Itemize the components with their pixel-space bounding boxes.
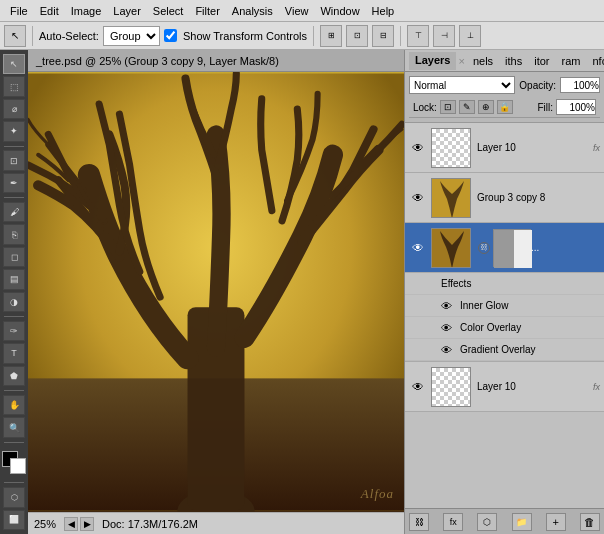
background-color[interactable] <box>10 458 26 474</box>
layers-list: 👁 Layer 10 fx 👁 Gro <box>405 123 604 508</box>
color-swatches <box>2 451 26 475</box>
tab-history[interactable]: itor <box>528 53 555 69</box>
transform-icon-2[interactable]: ⊡ <box>346 25 368 47</box>
tool-sep-2 <box>4 197 24 198</box>
delete-layer-button[interactable]: 🗑 <box>580 513 600 531</box>
menu-view[interactable]: View <box>279 3 315 19</box>
link-layers-button[interactable]: ⛓ <box>409 513 429 531</box>
tool-move[interactable]: ↖ <box>3 54 25 74</box>
menu-help[interactable]: Help <box>366 3 401 19</box>
menu-file[interactable]: File <box>4 3 34 19</box>
menu-filter[interactable]: Filter <box>189 3 225 19</box>
tool-gradient[interactable]: ▤ <box>3 269 25 289</box>
tool-eraser[interactable]: ◻ <box>3 247 25 267</box>
effect-name: Color Overlay <box>460 322 521 333</box>
tool-quick-mask[interactable]: ⬡ <box>3 487 25 507</box>
align-icon-2[interactable]: ⊣ <box>433 25 455 47</box>
new-layer-button[interactable]: + <box>546 513 566 531</box>
tool-select-rect[interactable]: ⬚ <box>3 76 25 96</box>
effects-group: Effects 👁 Inner Glow 👁 Color Overlay 👁 G… <box>405 273 604 362</box>
tool-shape[interactable]: ⬟ <box>3 366 25 386</box>
effect-eye-icon[interactable]: 👁 <box>441 322 452 334</box>
effect-gradient-overlay[interactable]: 👁 Gradient Overlay <box>405 339 604 361</box>
auto-select-label: Auto-Select: <box>39 30 99 42</box>
menu-edit[interactable]: Edit <box>34 3 65 19</box>
canvas-nav: ◀ ▶ <box>64 517 94 531</box>
nav-prev[interactable]: ◀ <box>64 517 78 531</box>
canvas-watermark: Alfoa <box>361 486 394 502</box>
show-transform-checkbox[interactable] <box>164 29 177 42</box>
layer-visibility-icon[interactable]: 👁 <box>409 378 427 396</box>
lock-all-icon[interactable]: 🔒 <box>497 100 513 114</box>
canvas-area: _tree.psd @ 25% (Group 3 copy 9, Layer M… <box>28 50 404 534</box>
layer-item-group3copy8[interactable]: 👁 Group 3 copy 8 <box>405 173 604 223</box>
add-mask-button[interactable]: ⬡ <box>477 513 497 531</box>
fill-label: Fill: <box>537 102 553 113</box>
tool-dodge[interactable]: ◑ <box>3 292 25 312</box>
tool-sep-6 <box>4 482 24 483</box>
layer-item-layer10-top[interactable]: 👁 Layer 10 fx <box>405 123 604 173</box>
layer-thumbnail <box>431 178 471 218</box>
opacity-label: Opacity: <box>519 80 556 91</box>
tool-pen[interactable]: ✑ <box>3 321 25 341</box>
doc-size: Doc: 17.3M/176.2M <box>102 518 198 530</box>
tool-sep-5 <box>4 442 24 443</box>
blend-mode-select[interactable]: Normal Multiply Screen <box>409 76 515 94</box>
lock-label: Lock: <box>413 102 437 113</box>
tool-magic-wand[interactable]: ✦ <box>3 121 25 141</box>
transform-icon-3[interactable]: ⊟ <box>372 25 394 47</box>
tab-channels[interactable]: nels <box>467 53 499 69</box>
effect-inner-glow[interactable]: 👁 Inner Glow <box>405 295 604 317</box>
menu-analysis[interactable]: Analysis <box>226 3 279 19</box>
layers-panel: Layers × nels iths itor ram nfo ≡ Normal… <box>404 50 604 534</box>
layer-item-selected[interactable]: 👁 ⛓ ... <box>405 223 604 273</box>
tool-hand[interactable]: ✋ <box>3 395 25 415</box>
tool-clone[interactable]: ⎘ <box>3 224 25 244</box>
fill-input[interactable] <box>556 99 596 115</box>
lock-position-icon[interactable]: ⊕ <box>478 100 494 114</box>
menu-select[interactable]: Select <box>147 3 190 19</box>
canvas-tab[interactable]: _tree.psd @ 25% (Group 3 copy 9, Layer M… <box>28 50 404 72</box>
tool-crop[interactable]: ⊡ <box>3 150 25 170</box>
svg-rect-7 <box>494 230 514 268</box>
effect-eye-icon[interactable]: 👁 <box>441 344 452 356</box>
add-fx-button[interactable]: fx <box>443 513 463 531</box>
tool-zoom[interactable]: 🔍 <box>3 417 25 437</box>
tab-info[interactable]: nfo <box>586 53 604 69</box>
opacity-input[interactable] <box>560 77 600 93</box>
checker-pattern <box>432 129 470 167</box>
tool-brush[interactable]: 🖌 <box>3 202 25 222</box>
tab-paths[interactable]: iths <box>499 53 528 69</box>
tab-layers[interactable]: Layers <box>409 52 456 70</box>
tab-sep: × <box>456 55 466 67</box>
main-area: ↖ ⬚ ⌀ ✦ ⊡ ✒ 🖌 ⎘ ◻ ▤ ◑ ✑ T ⬟ ✋ 🔍 ⬡ ⬜ _tre… <box>0 50 604 534</box>
align-icon-1[interactable]: ⊤ <box>407 25 429 47</box>
menu-layer[interactable]: Layer <box>107 3 147 19</box>
move-tool-icon[interactable]: ↖ <box>4 25 26 47</box>
toolbar: ↖ Auto-Select: Group Layer Show Transfor… <box>0 22 604 50</box>
effect-eye-icon[interactable]: 👁 <box>441 300 452 312</box>
layer-visibility-icon[interactable]: 👁 <box>409 189 427 207</box>
layer-visibility-icon[interactable]: 👁 <box>409 239 427 257</box>
align-icon-3[interactable]: ⊥ <box>459 25 481 47</box>
auto-select-dropdown[interactable]: Group Layer <box>103 26 160 46</box>
layer-name: Layer 10 <box>477 381 591 392</box>
tool-type[interactable]: T <box>3 343 25 363</box>
lock-transparent-icon[interactable]: ⊡ <box>440 100 456 114</box>
layer-visibility-icon[interactable]: 👁 <box>409 139 427 157</box>
nav-next[interactable]: ▶ <box>80 517 94 531</box>
layer-thumbnail <box>431 228 471 268</box>
effect-color-overlay[interactable]: 👁 Color Overlay <box>405 317 604 339</box>
menu-window[interactable]: Window <box>314 3 365 19</box>
transform-icon-1[interactable]: ⊞ <box>320 25 342 47</box>
layer-name: ... <box>531 242 600 253</box>
layer-fx-badge: fx <box>593 382 600 392</box>
lock-image-icon[interactable]: ✎ <box>459 100 475 114</box>
new-group-button[interactable]: 📁 <box>512 513 532 531</box>
tool-screen-mode[interactable]: ⬜ <box>3 510 25 530</box>
tab-actions[interactable]: ram <box>556 53 587 69</box>
tool-eyedropper[interactable]: ✒ <box>3 173 25 193</box>
menu-image[interactable]: Image <box>65 3 108 19</box>
layer-item-layer10-bottom[interactable]: 👁 Layer 10 fx <box>405 362 604 412</box>
tool-lasso[interactable]: ⌀ <box>3 99 25 119</box>
